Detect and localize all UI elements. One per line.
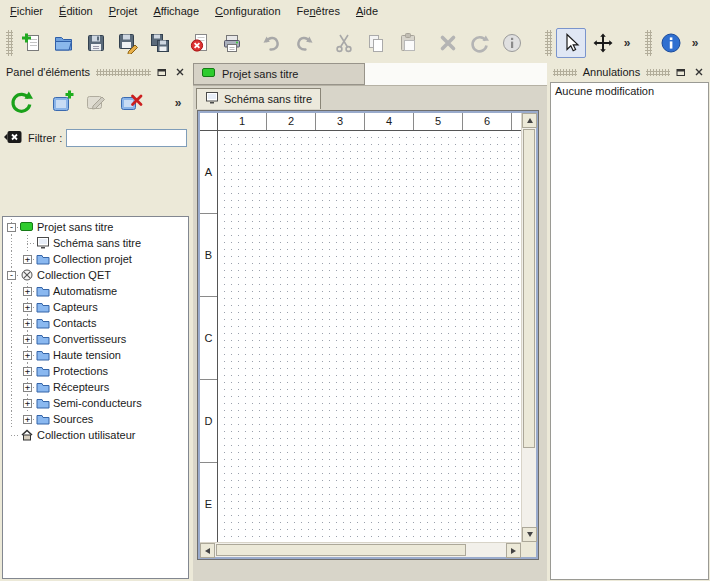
tree-item-schema-sans-titre[interactable]: Schéma sans titre: [3, 235, 188, 251]
undo-button[interactable]: [257, 28, 287, 58]
expand-icon[interactable]: +: [23, 383, 32, 392]
menu-fenetres[interactable]: Fenêtres: [289, 1, 348, 21]
close-document-button[interactable]: [185, 28, 215, 58]
undo-panel-titlebar[interactable]: Annulations: [549, 63, 710, 81]
paste-button[interactable]: [393, 28, 423, 58]
menu-projet[interactable]: Projet: [101, 1, 146, 21]
toolbar-overflow-help[interactable]: »: [687, 36, 703, 50]
float-undo-panel-button[interactable]: [674, 65, 688, 79]
project-icon: [202, 67, 216, 81]
folder-icon: [36, 253, 52, 265]
undo-history-list[interactable]: Aucune modification: [550, 82, 709, 580]
redo-button[interactable]: [289, 28, 319, 58]
collapse-icon[interactable]: -: [7, 223, 16, 232]
scroll-right-button[interactable]: [506, 543, 521, 558]
menu-configuration[interactable]: Configuration: [207, 1, 288, 21]
row-ruler: ABCDE: [200, 131, 218, 542]
tree-item-automatisme[interactable]: +Automatisme: [3, 283, 188, 299]
rotate-button[interactable]: [465, 28, 495, 58]
tree-item-projet-sans-titre[interactable]: -Projet sans titre: [3, 219, 188, 235]
project-tab[interactable]: Projet sans titre: [193, 63, 365, 85]
expand-icon[interactable]: +: [23, 351, 32, 360]
tree-item-haute-tension[interactable]: +Haute tension: [3, 347, 188, 363]
tree-item-capteurs[interactable]: +Capteurs: [3, 299, 188, 315]
expand-icon[interactable]: +: [23, 415, 32, 424]
expand-icon[interactable]: +: [23, 255, 32, 264]
vertical-scroll-thumb[interactable]: [523, 129, 535, 448]
select-mode-button[interactable]: [556, 28, 586, 58]
expand-icon[interactable]: +: [23, 287, 32, 296]
elements-tree[interactable]: -Projet sans titreSchéma sans titre+Coll…: [2, 216, 189, 579]
expand-icon[interactable]: +: [23, 399, 32, 408]
expand-icon[interactable]: +: [23, 335, 32, 344]
expand-icon[interactable]: +: [23, 367, 32, 376]
new-document-button[interactable]: [17, 28, 47, 58]
horizontal-scroll-track[interactable]: [215, 543, 506, 557]
vertical-scroll-track[interactable]: [522, 128, 536, 527]
scroll-down-button[interactable]: [522, 527, 537, 542]
tree-item-collection-qet[interactable]: -Collection QET: [3, 267, 188, 283]
menu-edition[interactable]: Édition: [51, 1, 101, 21]
save-all-button[interactable]: [145, 28, 175, 58]
panel-toolbar-overflow[interactable]: »: [169, 96, 187, 110]
ruler-row-B: B: [200, 214, 217, 297]
vertical-scrollbar[interactable]: [521, 113, 536, 542]
tree-item-collection-projet[interactable]: +Collection projet: [3, 251, 188, 267]
elements-panel-titlebar[interactable]: Panel d'éléments: [0, 63, 191, 81]
toolbar-grip[interactable]: [545, 30, 552, 56]
diagram-info-button[interactable]: [497, 28, 527, 58]
project-icon: [20, 221, 36, 233]
schema-canvas[interactable]: [218, 131, 521, 542]
tree-item-protections[interactable]: +Protections: [3, 363, 188, 379]
dock-grip[interactable]: [553, 69, 577, 76]
close-panel-button[interactable]: [173, 65, 187, 79]
delete-button[interactable]: [433, 28, 463, 58]
menu-aide[interactable]: Aide: [348, 1, 386, 21]
filter-input[interactable]: [66, 129, 187, 147]
about-qet-button[interactable]: [656, 28, 686, 58]
close-undo-panel-button[interactable]: [692, 65, 706, 79]
print-button[interactable]: [217, 28, 247, 58]
tree-item-convertisseurs[interactable]: +Convertisseurs: [3, 331, 188, 347]
about-qet-icon: [660, 32, 682, 54]
column-ruler: 123456: [218, 113, 521, 131]
close-document-icon: [189, 32, 211, 54]
dock-grip[interactable]: [646, 69, 670, 76]
scroll-up-button[interactable]: [522, 113, 537, 128]
reload-collections-button[interactable]: [4, 86, 38, 120]
ruler-column-1: 1: [218, 113, 267, 130]
toolbar-grip[interactable]: [6, 30, 13, 56]
ruler-column-4: 4: [365, 113, 414, 130]
save-as-button[interactable]: [113, 28, 143, 58]
expand-icon[interactable]: +: [23, 319, 32, 328]
toolbar-overflow-mode[interactable]: »: [619, 36, 635, 50]
tree-item-sources[interactable]: +Sources: [3, 411, 188, 427]
tree-guide-line: [27, 243, 35, 244]
edit-element-button[interactable]: [80, 86, 114, 120]
pan-mode-button[interactable]: [588, 28, 618, 58]
tree-item-contacts[interactable]: +Contacts: [3, 315, 188, 331]
horizontal-scrollbar[interactable]: [200, 542, 521, 557]
copy-button[interactable]: [361, 28, 391, 58]
clear-filter-button[interactable]: [4, 129, 24, 147]
tree-item-semi-conducteurs[interactable]: +Semi-conducteurs: [3, 395, 188, 411]
cut-button[interactable]: [329, 28, 359, 58]
tree-item-recepteurs[interactable]: +Récepteurs: [3, 379, 188, 395]
float-panel-button[interactable]: [155, 65, 169, 79]
dock-grip[interactable]: [96, 69, 151, 76]
schema-tab[interactable]: Schéma sans titre: [196, 88, 321, 109]
expand-icon[interactable]: +: [23, 303, 32, 312]
menu-affichage[interactable]: Affichage: [145, 1, 207, 21]
horizontal-scroll-thumb[interactable]: [216, 544, 466, 556]
new-element-button[interactable]: [46, 86, 80, 120]
tree-item-collection-utilisateur[interactable]: Collection utilisateur: [3, 427, 188, 443]
collapse-icon[interactable]: -: [7, 271, 16, 280]
ruler-row-C: C: [200, 297, 217, 380]
toolbar-grip[interactable]: [645, 30, 652, 56]
delete-element-button[interactable]: [114, 86, 148, 120]
open-document-button[interactable]: [49, 28, 79, 58]
menu-fichier[interactable]: Fichier: [2, 1, 51, 21]
delete-icon: [437, 32, 459, 54]
scroll-left-button[interactable]: [200, 543, 215, 558]
save-button[interactable]: [81, 28, 111, 58]
